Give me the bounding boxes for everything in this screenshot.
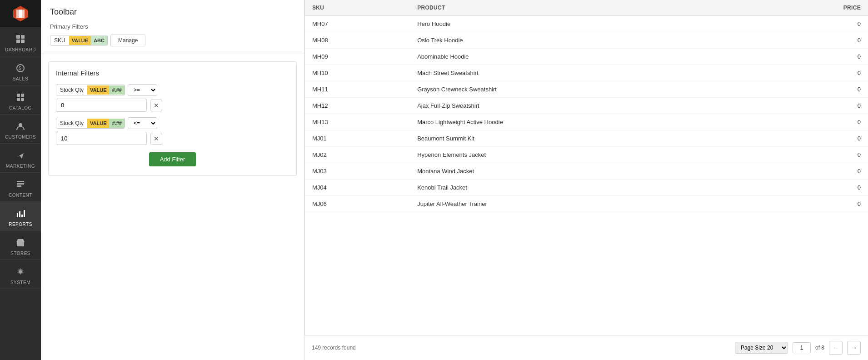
cell-product: Abominable Hoodie bbox=[410, 49, 758, 65]
sidebar-item-sales[interactable]: $ SALES bbox=[0, 56, 41, 85]
table-row: MJ01 Beaumont Summit Kit 0 bbox=[305, 130, 868, 147]
col-sku: SKU bbox=[305, 0, 410, 16]
cell-product: Oslo Trek Hoodie bbox=[410, 32, 758, 49]
cell-product: Kenobi Trail Jacket bbox=[410, 180, 758, 196]
sidebar-item-customers[interactable]: CUSTOMERS bbox=[0, 115, 41, 144]
sidebar-item-content[interactable]: CONTENT bbox=[0, 173, 41, 202]
table-row: MH09 Abominable Hoodie 0 bbox=[305, 49, 868, 65]
svg-rect-4 bbox=[22, 10, 25, 18]
filter2-remove-button[interactable]: ✕ bbox=[150, 133, 162, 145]
dashboard-icon bbox=[14, 33, 27, 45]
sidebar-item-reports-label: REPORTS bbox=[9, 222, 32, 227]
sidebar-item-system[interactable]: SYSTEM bbox=[0, 260, 41, 289]
table-row: MH07 Hero Hoodie 0 bbox=[305, 16, 868, 32]
sidebar-item-system-label: SYSTEM bbox=[10, 280, 30, 285]
sidebar-item-reports[interactable]: REPORTS bbox=[0, 202, 41, 231]
table-row: MJ04 Kenobi Trail Jacket 0 bbox=[305, 180, 868, 196]
cell-sku: MJ04 bbox=[305, 180, 410, 196]
filter2-operator-select[interactable]: <= >= = > < bbox=[128, 117, 157, 129]
sidebar-item-content-label: CONTENT bbox=[9, 193, 32, 198]
sku-abc-badge: ABC bbox=[91, 36, 107, 45]
svg-rect-7 bbox=[16, 40, 20, 43]
next-page-button[interactable]: → bbox=[847, 341, 861, 355]
cell-product: Grayson Crewneck Sweatshirt bbox=[410, 81, 758, 98]
col-price: Price bbox=[758, 0, 868, 16]
filter1-field-name: Stock Qty bbox=[56, 85, 87, 95]
cell-sku: MJ03 bbox=[305, 163, 410, 180]
table-row: MH13 Marco Lightweight Active Hoodie 0 bbox=[305, 114, 868, 130]
sidebar-item-dashboard[interactable]: DASHBOARD bbox=[0, 27, 41, 56]
logo bbox=[0, 0, 41, 27]
filter1-value-input[interactable] bbox=[56, 99, 147, 112]
table-row: MJ02 Hyperion Elements Jacket 0 bbox=[305, 147, 868, 163]
stores-icon bbox=[14, 236, 27, 249]
table-row: MJ03 Montana Wind Jacket 0 bbox=[305, 163, 868, 180]
svg-rect-21 bbox=[21, 215, 23, 217]
svg-rect-2 bbox=[19, 10, 22, 18]
products-table: SKU Product Price MH07 Hero Hoodie 0 MH0… bbox=[305, 0, 868, 212]
svg-rect-14 bbox=[21, 98, 24, 101]
sidebar: DASHBOARD $ SALES CATALOG CUSTOMERS MARK… bbox=[0, 0, 41, 360]
filter2-field-tag: Stock Qty VALUE #.## bbox=[56, 118, 125, 129]
filter-row-1: Stock Qty VALUE #.## >= <= = > < ✕ bbox=[56, 84, 289, 112]
sku-tag-name: SKU bbox=[50, 35, 69, 45]
filter2-value-input[interactable] bbox=[56, 132, 147, 145]
filter-row-1-bottom: ✕ bbox=[56, 99, 289, 112]
filter1-format-badge: #.## bbox=[109, 85, 124, 95]
filter1-field-tag: Stock Qty VALUE #.## bbox=[56, 85, 125, 95]
sidebar-item-stores-label: STORES bbox=[10, 251, 30, 256]
filter-row-2: Stock Qty VALUE #.## <= >= = > < ✕ bbox=[56, 117, 289, 145]
cell-product: Jupiter All-Weather Trainer bbox=[410, 196, 758, 212]
cell-sku: MH10 bbox=[305, 65, 410, 81]
internal-filters-section: Internal Filters Stock Qty VALUE #.## >=… bbox=[48, 61, 297, 176]
cell-price: 0 bbox=[758, 196, 868, 212]
filter2-field-name: Stock Qty bbox=[56, 118, 87, 128]
sidebar-item-marketing[interactable]: MARKETING bbox=[0, 144, 41, 173]
primary-filters-label: Primary Filters bbox=[50, 23, 295, 30]
cell-sku: MH11 bbox=[305, 81, 410, 98]
filter1-remove-button[interactable]: ✕ bbox=[150, 100, 162, 111]
catalog-icon bbox=[14, 91, 27, 104]
sidebar-item-customers-label: CUSTOMERS bbox=[5, 135, 36, 140]
svg-rect-24 bbox=[19, 244, 22, 246]
cell-price: 0 bbox=[758, 49, 868, 65]
cell-product: Marco Lightweight Active Hoodie bbox=[410, 114, 758, 130]
sidebar-item-catalog[interactable]: CATALOG bbox=[0, 85, 41, 115]
svg-text:$: $ bbox=[19, 66, 21, 71]
table-body: MH07 Hero Hoodie 0 MH08 Oslo Trek Hoodie… bbox=[305, 16, 868, 212]
cell-price: 0 bbox=[758, 130, 868, 147]
manage-button[interactable]: Manage bbox=[110, 35, 145, 46]
sidebar-item-stores[interactable]: STORES bbox=[0, 231, 41, 260]
svg-rect-6 bbox=[21, 35, 25, 39]
cell-sku: MH09 bbox=[305, 49, 410, 65]
add-filter-button[interactable]: Add Filter bbox=[149, 152, 196, 166]
marketing-icon bbox=[14, 149, 27, 162]
cell-price: 0 bbox=[758, 81, 868, 98]
cell-price: 0 bbox=[758, 114, 868, 130]
content-icon bbox=[14, 178, 27, 191]
internal-filters-title: Internal Filters bbox=[56, 69, 289, 77]
page-size-select[interactable]: Page Size 20 Page Size 50 Page Size 100 bbox=[735, 342, 788, 354]
cell-price: 0 bbox=[758, 65, 868, 81]
pagination-bar: 149 records found Page Size 20 Page Size… bbox=[304, 335, 868, 360]
data-table: SKU Product Price MH07 Hero Hoodie 0 MH0… bbox=[304, 0, 868, 335]
sku-filter-tag: SKU VALUE ABC bbox=[50, 35, 108, 46]
svg-rect-16 bbox=[17, 181, 24, 182]
cell-product: Hyperion Elements Jacket bbox=[410, 147, 758, 163]
cell-product: Ajax Full-Zip Sweatshirt bbox=[410, 98, 758, 114]
filter-row-1-top: Stock Qty VALUE #.## >= <= = > < bbox=[56, 84, 289, 96]
toolbar-section: Toolbar Primary Filters SKU VALUE ABC Ma… bbox=[41, 0, 304, 54]
svg-rect-5 bbox=[16, 35, 20, 39]
filter1-operator-select[interactable]: >= <= = > < bbox=[128, 84, 157, 96]
cell-price: 0 bbox=[758, 163, 868, 180]
svg-rect-3 bbox=[16, 10, 19, 18]
toolbar-title: Toolbar bbox=[50, 7, 295, 17]
cell-product: Hero Hoodie bbox=[410, 16, 758, 32]
cell-sku: MH08 bbox=[305, 32, 410, 49]
svg-rect-13 bbox=[17, 98, 20, 101]
col-product: Product bbox=[410, 0, 758, 16]
page-number-input[interactable] bbox=[793, 342, 811, 353]
prev-page-button[interactable]: ← bbox=[829, 341, 843, 355]
cell-price: 0 bbox=[758, 180, 868, 196]
cell-sku: MH13 bbox=[305, 114, 410, 130]
